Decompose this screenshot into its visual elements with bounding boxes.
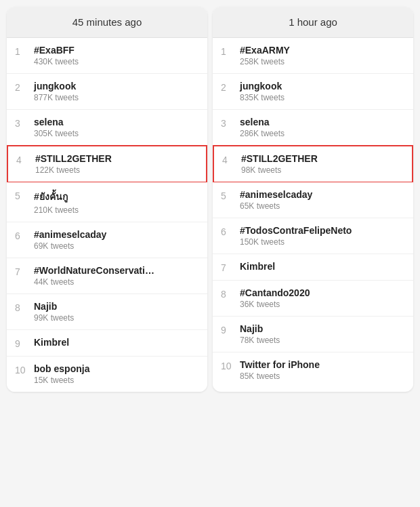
trend-item[interactable]: 9Najib78K tweets (213, 317, 413, 352)
col-45min: 45 minutes ago1#ExaBFF430K tweets2jungko… (7, 7, 207, 392)
trend-name: Najib (240, 323, 280, 334)
trend-item[interactable]: 5#animeselcaday65K tweets (213, 182, 413, 218)
trend-item[interactable]: 7#WorldNatureConservati…44K tweets (7, 258, 207, 294)
trend-name: #ExaBFF (34, 45, 79, 56)
trend-item[interactable]: 8Najib99K tweets (7, 294, 207, 330)
trend-rank: 3 (221, 118, 234, 129)
trend-count: 430K tweets (34, 57, 79, 66)
trend-item[interactable]: 2jungkook877K tweets (7, 74, 207, 110)
trend-name: jungkook (34, 81, 79, 92)
trend-info: selena305K tweets (34, 117, 79, 138)
trend-name: selena (240, 117, 285, 127)
trend-rank: 6 (221, 226, 234, 237)
trend-name: bob esponja (34, 363, 89, 374)
trend-count: 99K tweets (34, 313, 74, 323)
trend-count: 69K tweets (34, 241, 106, 251)
trend-rank: 5 (221, 190, 234, 201)
trend-rank: 2 (221, 82, 234, 93)
trend-item[interactable]: 10bob esponja15K tweets (7, 357, 207, 392)
trend-rank: 10 (15, 365, 28, 376)
trend-count: 210K tweets (34, 205, 79, 215)
trend-item[interactable]: 10Twitter for iPhone85K tweets (213, 352, 413, 388)
trend-info: #WorldNatureConservati…44K tweets (34, 265, 154, 287)
trend-count: 44K tweets (34, 277, 154, 287)
trend-info: Kimbrel (34, 337, 69, 348)
trend-rank: 4 (16, 155, 30, 165)
trend-info: selena286K tweets (240, 117, 285, 138)
trend-info: #ยังคั้นกู210K tweets (34, 189, 79, 215)
trend-rank: 10 (221, 361, 234, 371)
col-45min-header: 45 minutes ago (7, 7, 207, 38)
trend-item[interactable]: 4#STILL2GETHER122K tweets (7, 145, 207, 183)
trend-count: 835K tweets (240, 93, 285, 102)
trend-count: 85K tweets (240, 371, 320, 381)
trend-info: Najib78K tweets (240, 323, 280, 345)
trend-info: #STILL2GETHER98K tweets (241, 153, 318, 175)
trend-item[interactable]: 3selena286K tweets (213, 110, 413, 146)
trend-item[interactable]: 3selena305K tweets (7, 110, 207, 146)
trend-rank: 9 (15, 338, 28, 349)
trend-count: 15K tweets (34, 376, 89, 385)
trend-name: Twitter for iPhone (240, 359, 320, 370)
trend-count: 78K tweets (240, 336, 280, 345)
trends-container: 45 minutes ago1#ExaBFF430K tweets2jungko… (7, 7, 413, 392)
trend-info: jungkook877K tweets (34, 81, 79, 102)
trend-name: selena (34, 117, 79, 127)
trend-rank: 5 (15, 190, 28, 201)
trend-info: Twitter for iPhone85K tweets (240, 359, 320, 381)
trend-count: 65K tweets (240, 201, 312, 211)
trend-rank: 4 (222, 155, 236, 165)
trend-info: #TodosContraFelipeNeto150K tweets (240, 225, 352, 247)
trend-info: Najib99K tweets (34, 301, 74, 323)
trend-count: 122K tweets (35, 165, 112, 175)
trend-name: Kimbrel (34, 337, 69, 348)
trend-info: #Cantando202036K tweets (240, 287, 310, 309)
trend-count: 286K tweets (240, 129, 285, 138)
trend-rank: 3 (15, 118, 28, 129)
trend-item[interactable]: 6#TodosContraFelipeNeto150K tweets (213, 218, 413, 254)
trend-item[interactable]: 6#animeselcaday69K tweets (7, 222, 207, 258)
trend-item[interactable]: 2jungkook835K tweets (213, 74, 413, 110)
trend-item[interactable]: 8#Cantando202036K tweets (213, 281, 413, 317)
trend-item[interactable]: 5#ยังคั้นกู210K tweets (7, 182, 207, 222)
trend-name: jungkook (240, 81, 285, 92)
trend-rank: 1 (15, 46, 28, 57)
trend-name: #animeselcaday (240, 189, 312, 200)
trend-count: 877K tweets (34, 93, 79, 102)
trend-name: #WorldNatureConservati… (34, 265, 154, 276)
trend-rank: 2 (15, 82, 28, 93)
trend-info: #ExaBFF430K tweets (34, 45, 79, 66)
trend-info: Kimbrel (240, 261, 275, 272)
trend-rank: 6 (15, 230, 28, 241)
trend-name: #ยังคั้นกู (34, 189, 79, 204)
trend-count: 150K tweets (240, 237, 352, 247)
trend-info: jungkook835K tweets (240, 81, 285, 102)
trend-info: #ExaARMY258K tweets (240, 45, 290, 66)
trend-name: #ExaARMY (240, 45, 290, 56)
trend-name: #Cantando2020 (240, 287, 310, 298)
trend-name: #STILL2GETHER (241, 153, 318, 164)
trend-rank: 7 (15, 266, 28, 277)
trend-item[interactable]: 1#ExaBFF430K tweets (7, 38, 207, 74)
trend-rank: 9 (221, 325, 234, 336)
trend-item[interactable]: 4#STILL2GETHER98K tweets (213, 145, 413, 183)
trend-rank: 1 (221, 46, 234, 57)
trend-item[interactable]: 9Kimbrel (7, 330, 207, 357)
col-1hour: 1 hour ago1#ExaARMY258K tweets2jungkook8… (213, 7, 413, 392)
trend-name: Kimbrel (240, 261, 275, 272)
trend-name: #animeselcaday (34, 229, 106, 240)
trend-rank: 7 (221, 262, 234, 273)
trend-info: #animeselcaday69K tweets (34, 229, 106, 251)
trend-item[interactable]: 1#ExaARMY258K tweets (213, 38, 413, 74)
trend-item[interactable]: 7Kimbrel (213, 254, 413, 281)
trend-info: bob esponja15K tweets (34, 363, 89, 385)
trend-count: 305K tweets (34, 129, 79, 138)
trend-info: #STILL2GETHER122K tweets (35, 153, 112, 175)
trend-count: 36K tweets (240, 300, 310, 309)
trend-count: 98K tweets (241, 165, 318, 175)
trend-rank: 8 (15, 302, 28, 313)
trend-count: 258K tweets (240, 57, 290, 66)
trend-name: #TodosContraFelipeNeto (240, 225, 352, 236)
trend-info: #animeselcaday65K tweets (240, 189, 312, 211)
trend-name: Najib (34, 301, 74, 312)
